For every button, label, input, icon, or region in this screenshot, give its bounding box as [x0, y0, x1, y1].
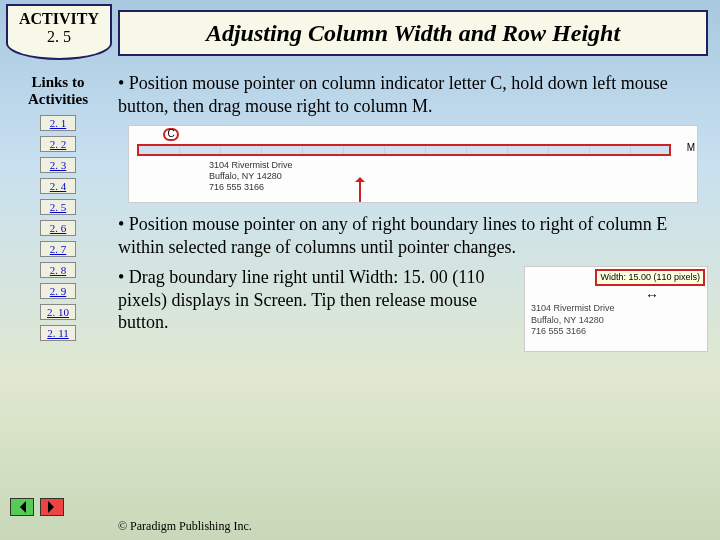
content-area: • Position mouse pointer on column indic…	[118, 72, 708, 352]
sample-cell-text: 3104 Rivermist Drive Buffalo, NY 14280 7…	[209, 160, 293, 192]
selected-columns-bar	[137, 144, 671, 156]
bullet-2: • Position mouse pointer on any of right…	[118, 213, 708, 258]
arrow-left-icon	[14, 501, 26, 513]
screentip-box: Width: 15.00 (110 pixels)	[595, 269, 705, 286]
bullet-3: • Drag boundary line right until Width: …	[118, 266, 512, 334]
copyright-text: © Paradigm Publishing Inc.	[118, 519, 252, 534]
activity-number: 2. 5	[8, 28, 110, 46]
arrow-right-icon	[48, 501, 60, 513]
column-m-label: M	[687, 142, 695, 155]
prev-slide-button[interactable]	[10, 498, 34, 516]
resize-cursor-icon: ↔	[645, 287, 659, 305]
red-arrow-icon	[359, 178, 361, 202]
link-2-7[interactable]: 2. 7	[40, 241, 76, 257]
figure-width-tooltip: Width: 15.00 (110 pixels) ↔ 3104 Rivermi…	[524, 266, 708, 352]
activity-label: ACTIVITY	[8, 10, 110, 28]
link-2-8[interactable]: 2. 8	[40, 262, 76, 278]
page-title: Adjusting Column Width and Row Height	[206, 20, 620, 47]
next-slide-button[interactable]	[40, 498, 64, 516]
link-2-11[interactable]: 2. 11	[40, 325, 76, 341]
title-bar: Adjusting Column Width and Row Height	[118, 10, 708, 56]
nav-arrows	[10, 498, 64, 516]
sidebar: Links to Activities 2. 1 2. 2 2. 3 2. 4 …	[8, 74, 108, 346]
link-2-2[interactable]: 2. 2	[40, 136, 76, 152]
column-c-indicator: C	[163, 128, 179, 141]
figure-column-drag: C M 3104 Rivermist Drive Buffalo, NY 142…	[128, 125, 698, 203]
link-2-5[interactable]: 2. 5	[40, 199, 76, 215]
link-2-6[interactable]: 2. 6	[40, 220, 76, 236]
activity-badge: ACTIVITY 2. 5	[6, 4, 112, 60]
link-2-10[interactable]: 2. 10	[40, 304, 76, 320]
link-2-4[interactable]: 2. 4	[40, 178, 76, 194]
link-2-1[interactable]: 2. 1	[40, 115, 76, 131]
sample-cell-text-2: 3104 Rivermist Drive Buffalo, NY 14280 7…	[531, 303, 615, 338]
link-2-3[interactable]: 2. 3	[40, 157, 76, 173]
bullet-1: • Position mouse pointer on column indic…	[118, 72, 708, 117]
link-2-9[interactable]: 2. 9	[40, 283, 76, 299]
links-heading: Links to Activities	[8, 74, 108, 107]
